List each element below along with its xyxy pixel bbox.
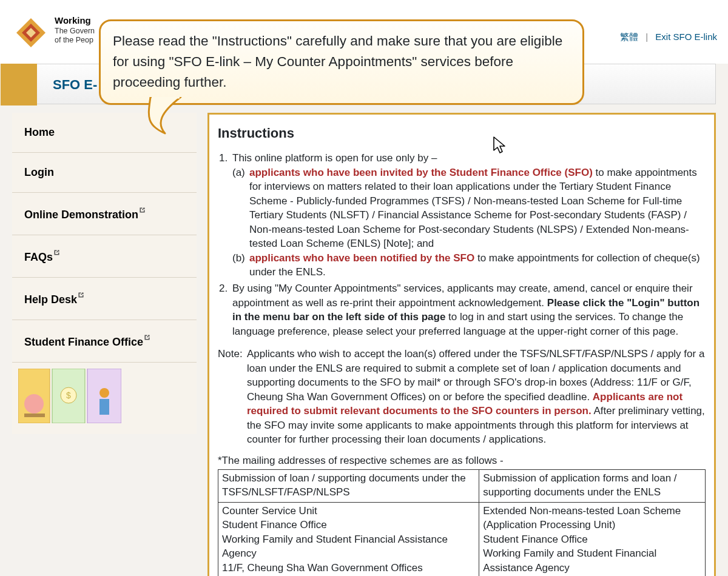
addr-cell-2: Extended Non-means-tested Loan Scheme (A… bbox=[479, 502, 706, 576]
agency-name-line2: The Govern bbox=[55, 27, 95, 36]
svg-point-10 bbox=[99, 388, 109, 398]
mailing-caption: *The mailing addresses of respective sch… bbox=[218, 454, 706, 467]
sidebar-item-label: Online Demonstration bbox=[24, 209, 138, 221]
sidebar-item-label: Login bbox=[24, 166, 54, 178]
sidebar-item-label: Help Desk bbox=[24, 293, 77, 306]
language-toggle[interactable]: 繁體 bbox=[620, 32, 638, 42]
sidebar-promo-banner[interactable]: $ bbox=[12, 363, 197, 434]
sidebar-item-student-finance-office[interactable]: Student Finance Office bbox=[12, 320, 197, 363]
addr-header-1: Submission of loan / supporting document… bbox=[218, 469, 479, 502]
sidebar-item-online-demonstration[interactable]: Online Demonstration bbox=[12, 193, 197, 235]
sidebar-item-label: Home bbox=[24, 126, 55, 138]
instructions-note: Note: Applicants who wish to accept the … bbox=[218, 347, 706, 446]
instruction-item-1: 1. This online platform is open for use … bbox=[218, 151, 706, 279]
sidebar-item-faqs[interactable]: FAQs bbox=[12, 235, 197, 278]
note-label: Note: bbox=[218, 347, 247, 446]
tutorial-callout: Please read the "Instructions" carefully… bbox=[99, 19, 584, 105]
instruction-1b: (b) applicants who have been notified by… bbox=[232, 251, 706, 280]
svg-text:$: $ bbox=[66, 390, 71, 400]
addr-cell-1: Counter Service UnitStudent Finance Offi… bbox=[218, 502, 479, 576]
instruction-1-intro: This online platform is open for use onl… bbox=[232, 152, 437, 164]
instruction-item-2: 2. By using "My Counter Appointments" se… bbox=[218, 281, 706, 338]
svg-rect-11 bbox=[99, 399, 109, 415]
callout-tail-icon bbox=[144, 97, 193, 139]
instruction-1a-text: to make appointments for interviews on m… bbox=[249, 167, 697, 249]
svg-point-6 bbox=[24, 394, 44, 414]
external-link-icon bbox=[138, 206, 146, 214]
agency-name: Working The Govern of the Peop bbox=[55, 15, 95, 45]
instruction-1a-highlight: applicants who have been invited by the … bbox=[249, 167, 593, 178]
addr-header-2: Submission of application forms and loan… bbox=[479, 469, 706, 502]
top-links: 繁體 | Exit SFO E-link bbox=[620, 32, 717, 43]
sidebar-item-login[interactable]: Login bbox=[12, 153, 197, 193]
agency-logo-icon bbox=[13, 15, 49, 50]
agency-name-line1: Working bbox=[55, 15, 95, 27]
external-link-icon bbox=[77, 291, 85, 299]
tutorial-callout-text: Please read the "Instructions" carefully… bbox=[113, 33, 562, 90]
external-link-icon bbox=[53, 249, 61, 256]
agency-name-line3: of the Peop bbox=[55, 36, 95, 45]
separator: | bbox=[645, 32, 648, 42]
svg-rect-7 bbox=[24, 414, 45, 417]
sidebar-item-label: Student Finance Office bbox=[24, 336, 143, 348]
external-link-icon bbox=[143, 333, 151, 341]
instructions-panel: Instructions 1. This online platform is … bbox=[207, 113, 716, 576]
sidebar-item-label: FAQs bbox=[24, 251, 53, 263]
sidebar-item-help-desk[interactable]: Help Desk bbox=[12, 278, 197, 320]
exit-link[interactable]: Exit SFO E-link bbox=[655, 32, 717, 42]
instruction-1a: (a) applicants who have been invited by … bbox=[232, 166, 706, 251]
sidebar: Home Login Online Demonstration FAQs Hel… bbox=[12, 113, 197, 434]
instruction-1b-highlight: applicants who have been notified by the… bbox=[249, 252, 474, 264]
mailing-address-table: Submission of loan / supporting document… bbox=[218, 469, 706, 576]
instructions-heading: Instructions bbox=[218, 124, 706, 142]
main-content: Instructions 1. This online platform is … bbox=[207, 113, 716, 576]
